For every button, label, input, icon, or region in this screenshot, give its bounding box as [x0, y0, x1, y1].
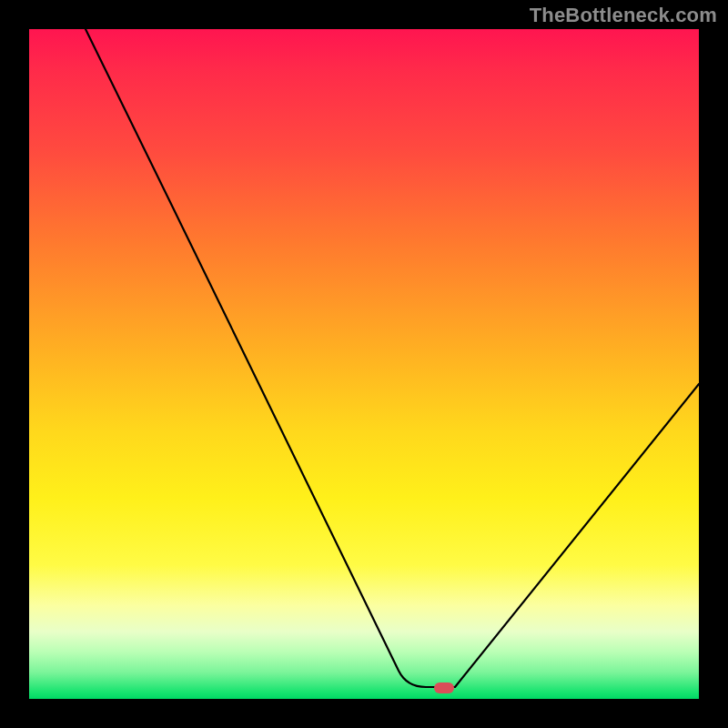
optimum-marker — [434, 682, 454, 693]
plot-area — [29, 29, 699, 699]
watermark-text: TheBottleneck.com — [530, 4, 717, 27]
bottleneck-curve — [29, 29, 699, 699]
curve-path — [86, 29, 699, 687]
chart-frame: TheBottleneck.com — [0, 0, 728, 728]
